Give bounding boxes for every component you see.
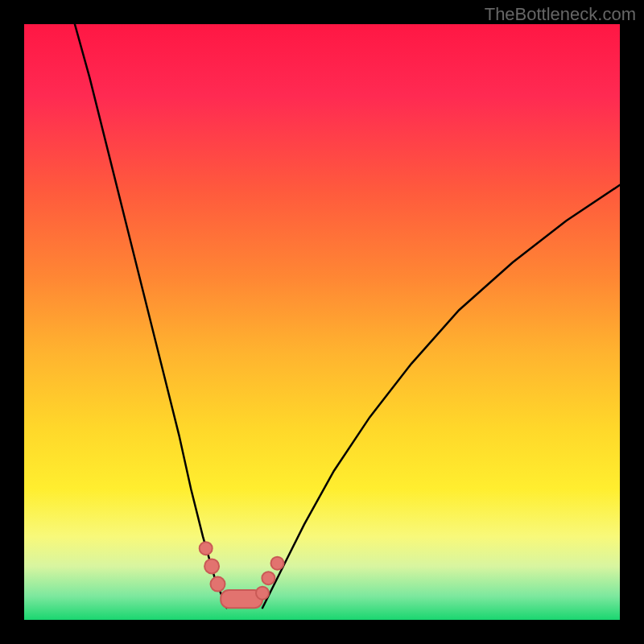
chart-plot-area — [24, 24, 620, 620]
bottleneck-curve-chart — [24, 24, 620, 620]
marker-left-2 — [211, 577, 225, 592]
marker-right-0 — [256, 587, 269, 600]
attribution-label: TheBottleneck.com — [485, 4, 636, 25]
marker-left-1 — [204, 559, 219, 573]
chart-background — [24, 24, 620, 620]
marker-left-0 — [200, 542, 213, 555]
marker-right-2 — [271, 557, 284, 570]
marker-right-1 — [262, 572, 275, 584]
